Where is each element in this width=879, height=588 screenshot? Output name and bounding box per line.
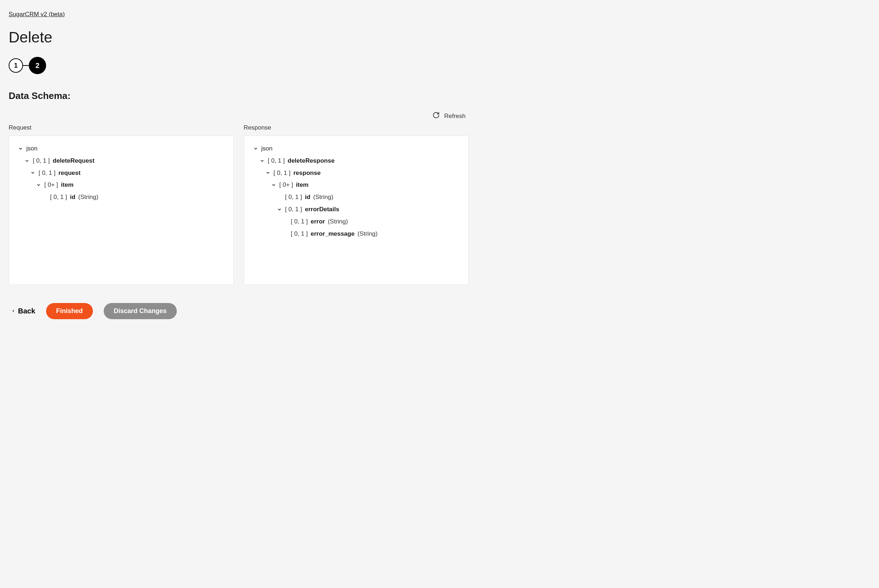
tree-node-item[interactable]: [ 0+ ] item xyxy=(18,179,225,191)
section-title: Data Schema: xyxy=(9,90,469,102)
step-1[interactable]: 1 xyxy=(9,58,23,73)
chevron-down-icon[interactable] xyxy=(271,182,276,188)
tree-label: json xyxy=(26,144,38,153)
chevron-down-icon[interactable] xyxy=(276,207,282,212)
type-label: (String) xyxy=(313,193,334,201)
tree-node-id[interactable]: [ 0, 1 ] id (String) xyxy=(18,191,225,203)
cardinality: [ 0, 1 ] xyxy=(291,218,308,226)
cardinality: [ 0, 1 ] xyxy=(285,205,302,214)
tree-label: error_message xyxy=(311,230,355,238)
tree-node-request[interactable]: [ 0, 1 ] request xyxy=(18,167,225,179)
tree-node-id[interactable]: [ 0, 1 ] id (String) xyxy=(253,191,460,203)
cardinality: [ 0, 1 ] xyxy=(50,193,67,201)
cardinality: [ 0, 1 ] xyxy=(273,169,291,177)
tree-node-error[interactable]: [ 0, 1 ] error (String) xyxy=(253,216,460,228)
response-panel: json [ 0, 1 ] deleteResponse [ 0, 1 ] re… xyxy=(244,136,469,285)
response-panel-label: Response xyxy=(244,124,469,131)
tree-node-errorDetails[interactable]: [ 0, 1 ] errorDetails xyxy=(253,203,460,216)
chevron-down-icon[interactable] xyxy=(30,170,36,176)
back-button[interactable]: Back xyxy=(12,307,35,315)
step-connector xyxy=(23,65,29,66)
tree-node-item[interactable]: [ 0+ ] item xyxy=(253,179,460,191)
tree-label: id xyxy=(70,193,75,201)
page-title: Delete xyxy=(9,29,469,46)
chevron-down-icon[interactable] xyxy=(265,170,271,176)
breadcrumb[interactable]: SugarCRM v2 (beta) xyxy=(9,11,65,18)
refresh-icon xyxy=(433,111,440,120)
tree-label: item xyxy=(61,181,74,189)
cardinality: [ 0+ ] xyxy=(44,181,58,189)
request-panel-label: Request xyxy=(9,124,234,131)
tree-node-deleteResponse[interactable]: [ 0, 1 ] deleteResponse xyxy=(253,155,460,167)
tree-label: deleteResponse xyxy=(288,156,335,165)
tree-node-deleteRequest[interactable]: [ 0, 1 ] deleteRequest xyxy=(18,155,225,167)
cardinality: [ 0, 1 ] xyxy=(285,193,302,201)
finished-button[interactable]: Finished xyxy=(46,303,93,319)
type-label: (String) xyxy=(78,193,98,201)
tree-label: error xyxy=(311,218,325,226)
type-label: (String) xyxy=(328,218,348,226)
back-label: Back xyxy=(18,307,35,315)
tree-label: item xyxy=(296,181,309,189)
tree-node-json[interactable]: json xyxy=(18,142,225,155)
stepper: 1 2 xyxy=(9,57,469,74)
refresh-label: Refresh xyxy=(444,112,466,120)
chevron-down-icon[interactable] xyxy=(18,146,23,152)
cardinality: [ 0+ ] xyxy=(279,181,293,189)
cardinality: [ 0, 1 ] xyxy=(268,156,285,165)
chevron-down-icon[interactable] xyxy=(259,158,265,164)
discard-changes-button[interactable]: Discard Changes xyxy=(104,303,177,319)
tree-label: request xyxy=(58,169,80,177)
type-label: (String) xyxy=(358,230,378,238)
tree-label: json xyxy=(261,144,273,153)
step-2[interactable]: 2 xyxy=(29,57,46,74)
cardinality: [ 0, 1 ] xyxy=(39,169,56,177)
tree-label: errorDetails xyxy=(305,205,339,214)
chevron-down-icon[interactable] xyxy=(253,146,258,152)
cardinality: [ 0, 1 ] xyxy=(291,230,308,238)
chevron-down-icon[interactable] xyxy=(36,182,41,188)
chevron-down-icon[interactable] xyxy=(24,158,30,164)
tree-label: id xyxy=(305,193,310,201)
refresh-button[interactable]: Refresh xyxy=(433,111,466,120)
tree-label: response xyxy=(293,169,321,177)
tree-node-json[interactable]: json xyxy=(253,142,460,155)
request-panel: json [ 0, 1 ] deleteRequest [ 0, 1 ] req… xyxy=(9,136,234,285)
tree-label: deleteRequest xyxy=(53,156,94,165)
tree-node-error-message[interactable]: [ 0, 1 ] error_message (String) xyxy=(253,228,460,240)
cardinality: [ 0, 1 ] xyxy=(33,156,50,165)
tree-node-response[interactable]: [ 0, 1 ] response xyxy=(253,167,460,179)
chevron-left-icon xyxy=(12,307,15,315)
